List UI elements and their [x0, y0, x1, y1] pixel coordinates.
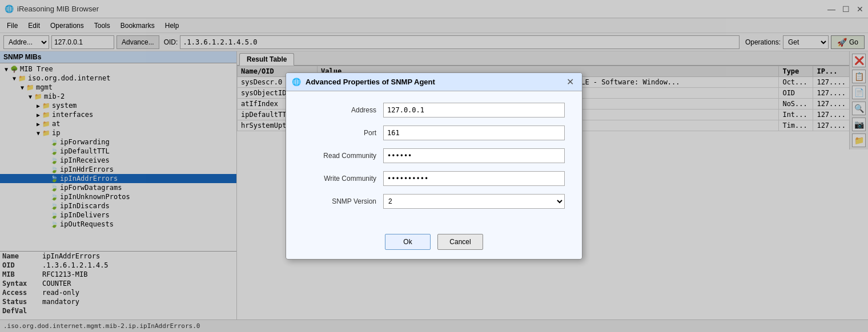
modal-select-snmpVersion[interactable]: 123	[383, 194, 565, 209]
modal-ok-button[interactable]: Ok	[385, 234, 431, 250]
modal-label-port: Port	[303, 129, 383, 137]
modal-buttons: OkCancel	[286, 228, 582, 259]
modal-field-readCommunity: Read Community	[303, 148, 565, 163]
modal-input-writeCommunity[interactable]	[383, 171, 565, 186]
modal-title-bar: 🌐 Advanced Properties of SNMP Agent ✕	[286, 73, 582, 91]
modal-input-readCommunity[interactable]	[383, 148, 565, 163]
modal-label-readCommunity: Read Community	[303, 152, 383, 160]
modal-body: AddressPortRead CommunityWrite Community…	[286, 91, 582, 228]
modal-overlay[interactable]: 🌐 Advanced Properties of SNMP Agent ✕ Ad…	[0, 0, 868, 332]
modal-title-text: Advanced Properties of SNMP Agent	[306, 78, 435, 86]
modal-cancel-button[interactable]: Cancel	[437, 234, 483, 250]
modal-close-button[interactable]: ✕	[564, 76, 576, 87]
modal-icon: 🌐	[292, 78, 301, 86]
modal-input-address[interactable]	[383, 103, 565, 118]
modal-field-snmpVersion: SNMP Version123	[303, 194, 565, 209]
modal-field-writeCommunity: Write Community	[303, 171, 565, 186]
modal-dialog: 🌐 Advanced Properties of SNMP Agent ✕ Ad…	[286, 72, 582, 260]
modal-field-address: Address	[303, 103, 565, 118]
modal-label-writeCommunity: Write Community	[303, 175, 383, 183]
modal-field-port: Port	[303, 125, 565, 140]
modal-label-address: Address	[303, 106, 383, 114]
modal-label-snmpVersion: SNMP Version	[303, 197, 383, 205]
modal-input-port[interactable]	[383, 125, 565, 140]
